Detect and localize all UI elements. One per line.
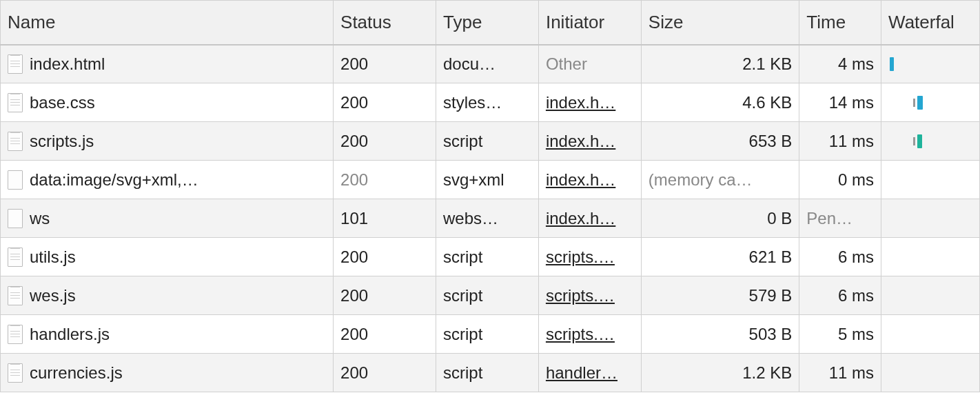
- cell-initiator[interactable]: scripts.…: [538, 276, 641, 315]
- table-row[interactable]: wes.js200scriptscripts.…579 B6 ms: [1, 276, 980, 315]
- waterfall-queue-tick: [913, 99, 915, 107]
- table-row[interactable]: data:image/svg+xml,…200svg+xmlindex.h…(m…: [1, 161, 980, 199]
- cell-status: 200: [334, 315, 436, 354]
- cell-size: 2.1 KB: [641, 45, 799, 83]
- cell-name[interactable]: currencies.js: [1, 354, 334, 392]
- cell-waterfall: [881, 83, 980, 122]
- cell-name[interactable]: scripts.js: [1, 122, 334, 161]
- initiator-link[interactable]: index.h…: [546, 209, 615, 228]
- col-header-status[interactable]: Status: [334, 1, 436, 45]
- cell-name[interactable]: base.css: [1, 83, 334, 122]
- waterfall-bar: [917, 96, 923, 110]
- table-row[interactable]: utils.js200scriptscripts.…621 B6 ms: [1, 238, 980, 276]
- cell-name[interactable]: handlers.js: [1, 315, 334, 354]
- request-name: index.html: [30, 54, 105, 74]
- cell-initiator[interactable]: index.h…: [538, 83, 641, 122]
- cell-status: 200: [334, 83, 436, 122]
- cell-status: 200: [334, 45, 436, 83]
- cell-size: 579 B: [641, 276, 799, 315]
- cell-time: 11 ms: [799, 122, 881, 161]
- cell-name[interactable]: utils.js: [1, 238, 334, 276]
- table-row[interactable]: base.css200styles…index.h…4.6 KB14 ms: [1, 83, 980, 122]
- cell-name[interactable]: data:image/svg+xml,…: [1, 161, 334, 199]
- network-table: Name Status Type Initiator Size Time Wat…: [0, 0, 980, 392]
- cell-type: styles…: [436, 83, 538, 122]
- cell-initiator[interactable]: index.h…: [538, 161, 641, 199]
- cell-type: webs…: [436, 199, 538, 238]
- cell-type: docu…: [436, 45, 538, 83]
- initiator-link[interactable]: index.h…: [546, 170, 615, 189]
- cell-status: 101: [334, 199, 436, 238]
- cell-size: 1.2 KB: [641, 354, 799, 392]
- cell-name[interactable]: ws: [1, 199, 334, 238]
- file-icon: [8, 93, 23, 112]
- cell-size: (memory ca…: [641, 161, 799, 199]
- cell-type: script: [436, 354, 538, 392]
- cell-status: 200: [334, 161, 436, 199]
- waterfall-bar: [890, 57, 894, 71]
- cell-initiator[interactable]: index.h…: [538, 122, 641, 161]
- col-header-waterfall[interactable]: Waterfal: [881, 1, 980, 45]
- cell-name[interactable]: wes.js: [1, 276, 334, 315]
- table-row[interactable]: handlers.js200scriptscripts.…503 B5 ms: [1, 315, 980, 354]
- initiator-link[interactable]: scripts.…: [546, 248, 615, 266]
- cell-waterfall: [881, 122, 980, 161]
- file-icon: [8, 286, 23, 305]
- cell-time: 4 ms: [799, 45, 881, 83]
- initiator-link[interactable]: scripts.…: [546, 325, 615, 343]
- request-name: data:image/svg+xml,…: [30, 170, 198, 190]
- cell-initiator[interactable]: scripts.…: [538, 238, 641, 276]
- cell-size: 653 B: [641, 122, 799, 161]
- cell-time: 11 ms: [799, 354, 881, 392]
- cell-type: svg+xml: [436, 161, 538, 199]
- cell-name[interactable]: index.html: [1, 45, 334, 83]
- table-row[interactable]: scripts.js200scriptindex.h…653 B11 ms: [1, 122, 980, 161]
- cell-waterfall: [881, 238, 980, 276]
- cell-time: 6 ms: [799, 238, 881, 276]
- cell-time: 6 ms: [799, 276, 881, 315]
- cell-initiator[interactable]: handler…: [538, 354, 641, 392]
- cell-time: 5 ms: [799, 315, 881, 354]
- cell-waterfall: [881, 161, 980, 199]
- cell-initiator[interactable]: scripts.…: [538, 315, 641, 354]
- cell-status: 200: [334, 276, 436, 315]
- cell-time: 0 ms: [799, 161, 881, 199]
- cell-waterfall: [881, 199, 980, 238]
- cell-time: Pen…: [799, 199, 881, 238]
- cell-initiator[interactable]: index.h…: [538, 199, 641, 238]
- cell-time: 14 ms: [799, 83, 881, 122]
- col-header-type[interactable]: Type: [436, 1, 538, 45]
- initiator-link[interactable]: scripts.…: [546, 286, 615, 305]
- request-name: handlers.js: [30, 325, 110, 344]
- cell-waterfall: [881, 354, 980, 392]
- cell-type: script: [436, 315, 538, 354]
- col-header-name[interactable]: Name: [1, 1, 334, 45]
- file-icon: [8, 132, 23, 151]
- initiator-link[interactable]: index.h…: [546, 93, 615, 112]
- cell-waterfall: [881, 315, 980, 354]
- col-header-initiator[interactable]: Initiator: [538, 1, 641, 45]
- file-icon: [8, 248, 23, 267]
- cell-status: 200: [334, 122, 436, 161]
- request-name: utils.js: [30, 248, 76, 267]
- cell-size: 503 B: [641, 315, 799, 354]
- cell-type: script: [436, 238, 538, 276]
- cell-waterfall: [881, 45, 980, 83]
- table-row[interactable]: index.html200docu…Other2.1 KB4 ms: [1, 45, 980, 83]
- file-icon: [8, 363, 23, 383]
- cell-size: 0 B: [641, 199, 799, 238]
- cell-size: 4.6 KB: [641, 83, 799, 122]
- request-name: scripts.js: [30, 132, 94, 151]
- cell-status: 200: [334, 238, 436, 276]
- table-row[interactable]: ws101webs…index.h…0 BPen…: [1, 199, 980, 238]
- initiator-link[interactable]: index.h…: [546, 132, 615, 150]
- col-header-time[interactable]: Time: [799, 1, 881, 45]
- cell-status: 200: [334, 354, 436, 392]
- file-icon: [8, 54, 23, 74]
- cell-type: script: [436, 122, 538, 161]
- col-header-size[interactable]: Size: [641, 1, 799, 45]
- waterfall-queue-tick: [913, 137, 915, 145]
- initiator-link[interactable]: handler…: [546, 363, 617, 382]
- table-row[interactable]: currencies.js200scripthandler…1.2 KB11 m…: [1, 354, 980, 392]
- request-name: currencies.js: [30, 363, 123, 383]
